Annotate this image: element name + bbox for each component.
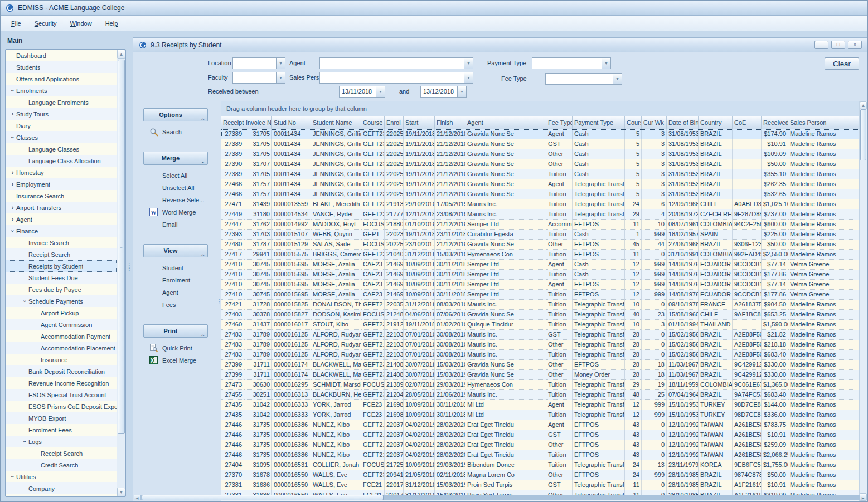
chevron-up-icon[interactable]: › [200, 326, 206, 336]
sidebar-splitter[interactable]: ⋮⋮ [126, 32, 133, 501]
sidebar-item-diary[interactable]: Diary [6, 120, 117, 131]
table-row[interactable]: 27404310950000016531COLLIER, JonahFOCUSG… [221, 460, 859, 470]
table-row[interactable]: 27446317350000016386NUNEZ, KiboGEFT21220… [221, 440, 859, 450]
excel-merge-button[interactable]: XExcel Merge [133, 354, 217, 367]
column-header-cur-wk[interactable]: Cur Wk [642, 116, 667, 129]
date-from-combo[interactable]: 13/11/2018 ▼ [339, 86, 385, 98]
chevron-down-icon[interactable]: ▼ [602, 57, 611, 69]
sidebar-item-utilities[interactable]: ›Utilities [6, 471, 117, 482]
chevron-down-icon[interactable]: › [9, 87, 16, 94]
sidebar-item-classes[interactable]: ›Classes [6, 131, 117, 143]
table-row[interactable]: 27410307450000015695MORSE, AzaliaCAE2321… [221, 260, 859, 270]
table-row[interactable]: 27381316860000016550WALLS, EveFCE2122017… [221, 480, 859, 490]
sidebar-item-revenue-income-recognition[interactable]: Revenue Income Recognition [6, 377, 117, 389]
column-header-start[interactable]: Start [404, 116, 435, 129]
payment-type-combo[interactable]: ▼ [532, 57, 611, 69]
date-to-combo[interactable]: 13/12/2018 ▼ [420, 86, 467, 98]
table-row[interactable]: 27455302510000016313BLACKBURN, HelenGEFT… [221, 390, 859, 400]
column-header-fee-type[interactable]: Fee Type [546, 116, 573, 129]
agent-button[interactable]: Agent [133, 286, 217, 299]
chevron-down-icon[interactable]: ▼ [464, 57, 473, 69]
chevron-down-icon[interactable]: ▼ [276, 72, 285, 84]
chevron-down-icon[interactable]: › [22, 438, 28, 445]
sidebar-item-insurance-search[interactable]: Insurance Search [6, 190, 117, 202]
unselect-all-button[interactable]: Unselect All [133, 182, 217, 194]
table-row[interactable]: 27421317280000015825DONALDSON, TheodGEFT… [221, 300, 859, 310]
column-header-payment-type[interactable]: Payment Type [573, 116, 625, 129]
menu-item-file[interactable]: File [5, 17, 27, 30]
sales-person-value[interactable] [319, 72, 464, 84]
search-button[interactable]: Search [133, 126, 217, 138]
column-header-received[interactable]: Received [762, 116, 788, 129]
minimize-icon[interactable]: — [814, 41, 828, 49]
sidebar-item-homestay[interactable]: ›Homestay [6, 167, 117, 178]
chevron-down-icon[interactable]: › [9, 227, 16, 235]
panel-header-view[interactable]: View› [143, 244, 208, 257]
table-row[interactable]: 27447317620000014992MADDOX, HoytFOCUSGEI… [221, 220, 859, 230]
sidebar-item-student-fees-due[interactable]: Student Fees Due [6, 272, 117, 284]
sidebar-item-airport-transfers[interactable]: ›Airport Transfers [6, 202, 117, 213]
select-all-button[interactable]: Select All [133, 169, 217, 182]
reverse-sele-button[interactable]: Reverse Sele... [133, 194, 217, 206]
table-row[interactable]: 27435310420000016333YORK, JarrodFCE23216… [221, 410, 859, 420]
table-row[interactable]: 27473306300000016295SCHMIDT, MarsdenFOCU… [221, 380, 859, 390]
sidebar-item-agent-commission[interactable]: Agent Commission [6, 319, 117, 330]
menu-item-help[interactable]: Help [99, 17, 124, 30]
agent-value[interactable] [319, 57, 464, 69]
panel-header-options[interactable]: Options› [143, 108, 208, 121]
table-row[interactable]: 27460314370000016017STOUT, KiboGEFT23219… [221, 320, 859, 330]
sidebar-item-esos-prisms-coe-deposit-export[interactable]: ESOS Prisms CoE Deposit Export [6, 401, 117, 412]
sidebar-item-enrolment-fees[interactable]: Enrolment Fees [6, 424, 117, 436]
table-row[interactable]: 27446317350000016386NUNEZ, KiboGEFT21220… [221, 430, 859, 440]
grid-scroll-track[interactable] [860, 109, 867, 493]
sidebar-item-language-class-allocation[interactable]: Language Class Allocation [6, 155, 117, 167]
sidebar-item-language-enrolments[interactable]: Language Enrolments [6, 96, 117, 108]
sidebar-item-employment[interactable]: ›Employment [6, 178, 117, 190]
word-merge-button[interactable]: WWord Merge [133, 206, 217, 218]
sidebar-item-bank-deposit-reconciliation[interactable]: Bank Deposit Reconciliation [6, 365, 117, 377]
sidebar-scroll-track[interactable]: ≡ [117, 59, 125, 488]
scroll-up-icon[interactable]: ▲ [117, 50, 125, 59]
column-header-agent[interactable]: Agent [465, 116, 546, 129]
menu-item-security[interactable]: Security [28, 17, 63, 30]
table-row[interactable]: 27483317890000016125ALFORD, RudyardGEFT2… [221, 340, 859, 350]
faculty-combo[interactable]: ▼ [232, 72, 285, 84]
sidebar-item-fees-due-by-payee[interactable]: Fees due by Payee [6, 284, 117, 295]
scroll-right-icon[interactable]: ▶ [860, 495, 866, 500]
chevron-down-icon[interactable]: › [22, 298, 28, 305]
sidebar-item-receipt-search[interactable]: Receipt Search [6, 447, 117, 459]
sidebar-item-insurance[interactable]: Insurance [6, 354, 117, 365]
sidebar-item-offers-and-applications[interactable]: Offers and Applications [6, 73, 117, 85]
grid-hscroll-thumb[interactable] [142, 495, 384, 500]
menu-item-window[interactable]: Window [64, 17, 98, 30]
table-row[interactable]: 27435310420000016333YORK, JarrodFCE23216… [221, 400, 859, 410]
quick-print-button[interactable]: Quick Print [133, 342, 217, 354]
sidebar-item-receipts-by-student[interactable]: Receipts by Student [6, 260, 117, 272]
sidebar-item-invoice-search[interactable]: Invoice Search [6, 237, 117, 248]
chevron-right-icon[interactable]: › [9, 169, 16, 176]
sidebar-item-study-tours[interactable]: ›Study Tours [6, 108, 117, 120]
chevron-down-icon[interactable]: ▼ [613, 73, 622, 85]
fees-button[interactable]: Fees [133, 299, 217, 311]
chevron-right-icon[interactable]: › [9, 204, 16, 211]
fee-type-value[interactable] [545, 73, 613, 85]
sidebar-item-accommodation-payment[interactable]: Accommodation Payment [6, 330, 117, 342]
panel-header-print[interactable]: Print› [143, 324, 208, 338]
group-by-bar[interactable]: Drag a column header here to group by th… [221, 101, 859, 116]
sidebar-item-agent[interactable]: ›Agent [6, 213, 117, 225]
table-row[interactable]: 274663175700011434JENNINGS, GriffinGEFT2… [221, 179, 859, 189]
table-row[interactable]: 274663175700011434JENNINGS, GriffinGEFT2… [221, 189, 859, 199]
agent-combo[interactable]: ▼ [319, 57, 473, 69]
grid-hscroll-track[interactable] [140, 495, 860, 500]
table-row[interactable]: 27483317890000016125ALFORD, RudyardGEFT2… [221, 330, 859, 340]
table-row[interactable]: 273893170500011434JENNINGS, GriffinGEFT2… [221, 169, 859, 179]
table-row[interactable]: 27483317890000016125ALFORD, RudyardGEFT2… [221, 350, 859, 360]
payment-type-value[interactable] [532, 57, 602, 69]
restore-icon[interactable]: □ [831, 41, 845, 49]
column-header-stud-no[interactable]: Stud No [272, 116, 311, 129]
column-header-student-name[interactable]: Student Name [311, 116, 361, 129]
scroll-left-icon[interactable]: ◀ [134, 495, 140, 500]
sidebar-item-company[interactable]: Company [6, 482, 117, 494]
chevron-right-icon[interactable]: › [9, 111, 16, 117]
sidebar-item-receipt-search[interactable]: Receipt Search [6, 248, 117, 260]
